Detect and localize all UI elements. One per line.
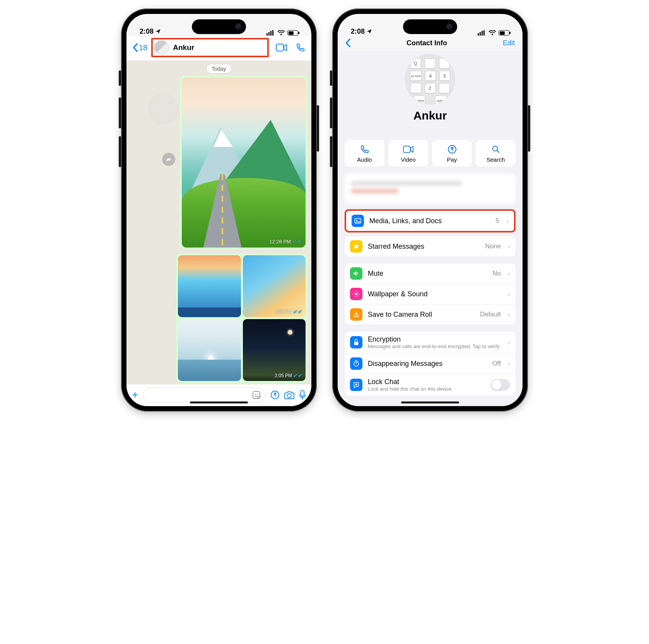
sent-image-thumb[interactable]: 2:05 PM✔✔ bbox=[178, 255, 241, 317]
sent-image-thumb[interactable]: 2:05 PM✔✔ bbox=[178, 319, 241, 381]
timestamp: 2:05 PM bbox=[275, 309, 292, 314]
power-button bbox=[528, 105, 530, 152]
contact-phone-section[interactable] bbox=[345, 174, 516, 204]
sent-image-thumb[interactable]: 2:05 PM✔✔ bbox=[243, 319, 306, 381]
timer-icon bbox=[350, 357, 362, 370]
silent-switch bbox=[119, 70, 121, 86]
read-ticks-icon: ✔✔ bbox=[293, 309, 302, 315]
phone-right: 2:08 Contact Info Edit bbox=[332, 9, 528, 412]
row-label: Starred Messages bbox=[368, 243, 480, 251]
encryption-row[interactable]: Encryption Messages and calls are end-to… bbox=[345, 331, 516, 353]
row-label: Encryption bbox=[368, 335, 502, 343]
row-value: None bbox=[485, 243, 501, 250]
row-value: No bbox=[492, 270, 501, 277]
rupee-icon[interactable]: ₹ bbox=[270, 390, 280, 400]
video-icon bbox=[403, 145, 414, 154]
wifi-icon bbox=[277, 30, 285, 36]
svg-rect-1 bbox=[268, 32, 270, 36]
volume-up bbox=[119, 97, 121, 128]
read-ticks-icon: ✔✔ bbox=[229, 309, 238, 315]
action-label: Search bbox=[487, 156, 505, 163]
row-label: Wallpaper & Sound bbox=[368, 290, 502, 298]
mute-row[interactable]: Mute No › bbox=[345, 263, 516, 284]
starred-messages-row[interactable]: Starred Messages None › bbox=[345, 236, 516, 256]
silent-switch bbox=[330, 70, 332, 86]
svg-rect-17 bbox=[480, 32, 481, 36]
wallpaper-sound-row[interactable]: Wallpaper & Sound › bbox=[345, 284, 516, 304]
wallpaper-icon bbox=[350, 288, 362, 300]
location-icon bbox=[366, 29, 372, 34]
audio-call-button[interactable]: Audio bbox=[345, 140, 384, 167]
lock-chat-toggle[interactable] bbox=[491, 379, 510, 391]
chat-body[interactable]: Today 12:28 PM ✔✔ bbox=[126, 61, 311, 384]
media-group: Media, Links, and Docs 5 › bbox=[345, 209, 516, 232]
timestamp: 2:05 PM bbox=[210, 373, 227, 378]
rupee-icon: ₹ bbox=[447, 145, 457, 154]
search-button[interactable]: Search bbox=[476, 140, 516, 167]
action-row: Audio Video ₹ Pay bbox=[338, 140, 523, 167]
attach-button[interactable]: + bbox=[132, 389, 138, 401]
search-icon bbox=[492, 145, 500, 154]
back-button[interactable]: 18 bbox=[133, 43, 147, 52]
lock-chat-row[interactable]: Lock Chat Lock and hide this chat on thi… bbox=[345, 374, 516, 396]
svg-point-6 bbox=[280, 34, 282, 35]
row-label: Lock Chat bbox=[368, 378, 485, 386]
edit-button[interactable]: Edit bbox=[503, 39, 515, 47]
pay-button[interactable]: ₹ Pay bbox=[432, 140, 472, 167]
row-label: Disappearing Messages bbox=[368, 360, 487, 368]
video-call-icon[interactable] bbox=[276, 43, 287, 52]
svg-point-9 bbox=[255, 394, 256, 395]
row-value: 5 bbox=[496, 217, 499, 225]
svg-text:₹: ₹ bbox=[451, 146, 454, 152]
location-icon bbox=[155, 29, 161, 34]
svg-line-35 bbox=[354, 292, 355, 292]
contact-name: Ankur bbox=[173, 43, 194, 52]
action-label: Audio bbox=[357, 156, 372, 163]
row-value: Off bbox=[492, 360, 501, 367]
svg-rect-16 bbox=[478, 33, 479, 36]
svg-line-27 bbox=[497, 150, 499, 153]
voice-call-icon[interactable] bbox=[296, 43, 305, 52]
sent-image-large: 12:28 PM ✔✔ bbox=[182, 77, 306, 248]
action-label: Video bbox=[401, 156, 415, 163]
chevron-right-icon: › bbox=[508, 311, 510, 319]
sticker-icon[interactable] bbox=[252, 391, 261, 399]
save-camera-roll-row[interactable]: Save to Camera Roll Default › bbox=[345, 304, 516, 325]
read-ticks-icon: ✔✔ bbox=[292, 238, 302, 244]
phone-left: 2:08 18 Ankur bbox=[121, 9, 317, 412]
svg-text:₹: ₹ bbox=[273, 392, 277, 398]
forward-icon[interactable] bbox=[162, 153, 175, 166]
row-subtitle: Messages and calls are end-to-end encryp… bbox=[368, 343, 502, 349]
svg-rect-5 bbox=[272, 30, 273, 36]
camera-icon[interactable] bbox=[284, 390, 294, 400]
contact-summary: Q ps lockAS Z controloption Ankur bbox=[338, 51, 523, 135]
mic-icon[interactable] bbox=[299, 390, 306, 400]
read-ticks-icon: ✔✔ bbox=[293, 372, 302, 379]
avatar[interactable]: Q ps lockAS Z controloption bbox=[405, 54, 455, 104]
contact-header-chip[interactable]: Ankur bbox=[151, 38, 269, 57]
sent-image-thumb[interactable]: 2:05 PM✔✔ bbox=[243, 255, 306, 317]
disappearing-messages-row[interactable]: Disappearing Messages Off › bbox=[345, 353, 516, 374]
cellular-icon bbox=[266, 30, 275, 36]
row-label: Mute bbox=[368, 270, 487, 278]
media-links-docs-row[interactable]: Media, Links, and Docs 5 › bbox=[346, 211, 514, 231]
svg-point-10 bbox=[257, 394, 258, 395]
back-button[interactable] bbox=[345, 39, 351, 47]
home-indicator[interactable] bbox=[190, 401, 248, 403]
home-indicator[interactable] bbox=[401, 401, 459, 403]
svg-line-37 bbox=[358, 292, 359, 292]
image-message[interactable]: 12:28 PM ✔✔ bbox=[180, 75, 307, 249]
row-label: Media, Links, and Docs bbox=[369, 217, 490, 225]
action-label: Pay bbox=[447, 156, 457, 163]
timestamp: 12:28 PM bbox=[269, 239, 291, 244]
svg-point-29 bbox=[356, 220, 357, 221]
svg-rect-14 bbox=[301, 390, 304, 396]
svg-point-22 bbox=[492, 34, 493, 35]
image-grid-message[interactable]: 2:05 PM✔✔ 2:05 PM✔✔ 2:05 PM✔✔ 2:05 PM✔✔ bbox=[176, 253, 307, 383]
message-input[interactable] bbox=[143, 388, 266, 402]
chevron-right-icon: › bbox=[508, 270, 510, 278]
video-call-button[interactable]: Video bbox=[388, 140, 428, 167]
chevron-right-icon: › bbox=[508, 290, 510, 298]
row-value: Default bbox=[480, 311, 501, 318]
photo-icon bbox=[352, 215, 364, 227]
